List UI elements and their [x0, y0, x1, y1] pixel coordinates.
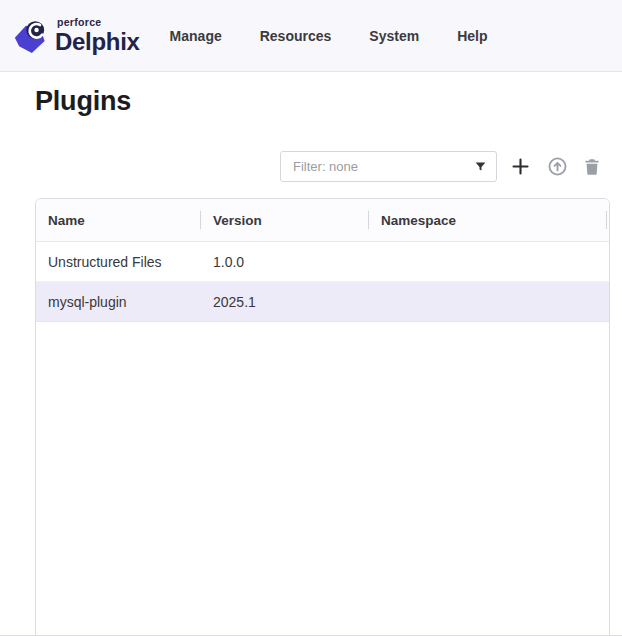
- filter-funnel-icon[interactable]: [474, 160, 488, 174]
- column-divider: [606, 211, 607, 229]
- table-header-row: Name Version Namespace: [36, 199, 609, 242]
- column-header-name[interactable]: Name: [36, 199, 201, 241]
- add-plugin-button[interactable]: [510, 156, 531, 177]
- cell-version: 2025.1: [201, 294, 369, 310]
- plugins-toolbar: [280, 151, 600, 182]
- delphix-logo[interactable]: perforce Delphix: [14, 17, 140, 54]
- filter-input[interactable]: [280, 151, 497, 182]
- cell-version: 1.0.0: [201, 254, 369, 270]
- delphix-logo-icon: [14, 18, 48, 54]
- column-header-version-label: Version: [213, 213, 262, 228]
- page-title: Plugins: [35, 86, 131, 117]
- table-row-mysql-plugin[interactable]: mysql-plugin 2025.1: [36, 282, 609, 322]
- cell-name: Unstructured Files: [36, 254, 201, 270]
- column-header-namespace-label: Namespace: [381, 213, 456, 228]
- delphix-wordmark: Delphix: [55, 30, 140, 54]
- column-header-name-label: Name: [48, 213, 85, 228]
- perforce-wordmark: perforce: [57, 17, 140, 28]
- column-header-namespace[interactable]: Namespace: [369, 199, 607, 241]
- delete-plugin-button[interactable]: [584, 158, 600, 176]
- column-header-version[interactable]: Version: [201, 199, 369, 241]
- nav-item-resources[interactable]: Resources: [260, 28, 332, 44]
- trash-icon: [584, 158, 600, 176]
- table-row-unstructured-files[interactable]: Unstructured Files 1.0.0: [36, 242, 609, 282]
- main-nav: Manage Resources System Help: [170, 28, 488, 44]
- logo-wordmarks: perforce Delphix: [55, 17, 140, 54]
- filter-field-wrap: [280, 151, 497, 182]
- upload-plugin-button[interactable]: [547, 156, 568, 177]
- nav-item-manage[interactable]: Manage: [170, 28, 222, 44]
- top-navigation-bar: perforce Delphix Manage Resources System…: [0, 0, 622, 72]
- cell-name: mysql-plugin: [36, 294, 201, 310]
- upload-circle-icon: [547, 156, 568, 177]
- plus-icon: [510, 156, 531, 177]
- plugins-table: Name Version Namespace Unstructured File…: [35, 198, 610, 636]
- nav-item-system[interactable]: System: [369, 28, 419, 44]
- nav-item-help[interactable]: Help: [457, 28, 487, 44]
